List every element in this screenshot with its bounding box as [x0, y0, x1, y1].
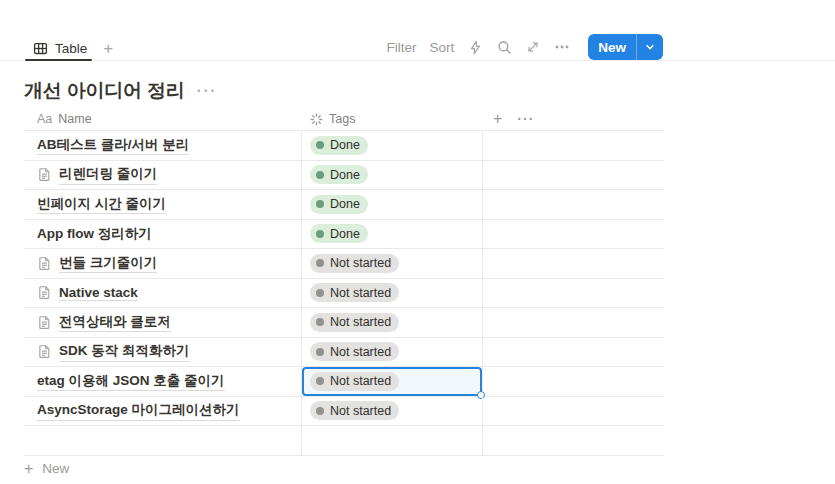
tag-dot: [316, 259, 324, 267]
name-cell[interactable]: 빈페이지 시간 줄이기: [24, 190, 302, 219]
tag-pill[interactable]: Done: [310, 195, 368, 214]
table-row: AB테스트 클라/서버 분리 Done: [24, 131, 664, 161]
tag-pill[interactable]: Not started: [310, 401, 399, 420]
name-cell[interactable]: 전역상태와 클로저: [24, 308, 302, 337]
extra-cell: [483, 279, 664, 308]
row-title[interactable]: 빈페이지 시간 줄이기: [37, 195, 166, 215]
table-row: etag 이용해 JSON 호출 줄이기 Not started: [24, 367, 664, 397]
header-extra-area: + ···: [483, 112, 664, 126]
tag-pill[interactable]: Not started: [310, 313, 399, 332]
tag-label: Not started: [330, 404, 391, 418]
row-title[interactable]: App flow 정리하기: [37, 225, 152, 244]
page-icon: [37, 167, 52, 182]
tab-table-label: Table: [55, 41, 87, 56]
tag-label: Done: [330, 138, 360, 152]
extra-cell: [483, 338, 664, 367]
row-title[interactable]: 리렌더링 줄이기: [59, 165, 157, 185]
tag-dot: [316, 407, 324, 415]
row-title[interactable]: SDK 동작 최적화하기: [59, 342, 190, 362]
row-title[interactable]: AB테스트 클라/서버 분리: [37, 136, 189, 156]
search-icon[interactable]: [496, 39, 512, 55]
table-row: 전역상태와 클로저 Not started: [24, 308, 664, 338]
name-cell[interactable]: App flow 정리하기: [24, 220, 302, 249]
page-title-menu-icon[interactable]: ···: [197, 86, 217, 96]
column-header-name[interactable]: Aa Name: [24, 112, 302, 126]
new-button[interactable]: New: [588, 34, 663, 60]
empty-row[interactable]: [24, 426, 664, 456]
table-row: AsyncStorage 마이그레이션하기 Not started: [24, 397, 664, 427]
new-button-dropdown[interactable]: [637, 34, 663, 60]
extra-cell: [483, 367, 664, 396]
table-row: SDK 동작 최적화하기 Not started: [24, 338, 664, 368]
tags-cell[interactable]: Not started: [302, 338, 483, 367]
add-column-button[interactable]: +: [493, 112, 502, 126]
empty-tags-cell[interactable]: [302, 426, 483, 455]
database-table: Aa Name Tags + ···: [24, 108, 664, 456]
name-cell[interactable]: AsyncStorage 마이그레이션하기: [24, 397, 302, 426]
empty-name-cell[interactable]: [24, 426, 302, 455]
table-view-icon: [33, 41, 48, 56]
row-title[interactable]: AsyncStorage 마이그레이션하기: [37, 401, 240, 421]
tags-cell[interactable]: Done: [302, 190, 483, 219]
tag-label: Done: [330, 168, 360, 182]
table-row: App flow 정리하기 Done: [24, 220, 664, 250]
name-cell[interactable]: Native stack: [24, 279, 302, 308]
table-row: 빈페이지 시간 줄이기 Done: [24, 190, 664, 220]
extra-cell: [483, 131, 664, 160]
expand-icon[interactable]: [525, 39, 541, 55]
row-title[interactable]: Native stack: [59, 285, 138, 302]
column-name-label: Name: [58, 112, 91, 126]
table-header-row: Aa Name Tags + ···: [24, 108, 664, 131]
name-cell[interactable]: 번들 크기줄이기: [24, 249, 302, 278]
tag-label: Done: [330, 227, 360, 241]
database-toolbar: Filter Sort New: [386, 34, 663, 60]
row-title[interactable]: 전역상태와 클로저: [59, 313, 171, 333]
tags-cell[interactable]: Done: [302, 220, 483, 249]
tag-pill[interactable]: Done: [310, 165, 368, 184]
status-property-icon: [310, 113, 323, 126]
tag-label: Not started: [330, 374, 391, 388]
tags-cell[interactable]: Not started: [302, 249, 483, 278]
table-row: Native stack Not started: [24, 279, 664, 309]
filter-button[interactable]: Filter: [386, 40, 416, 55]
tags-cell[interactable]: Not started: [302, 308, 483, 337]
table-options-button[interactable]: ···: [517, 115, 534, 123]
page-icon: [37, 256, 52, 271]
tag-pill[interactable]: Not started: [310, 342, 399, 361]
tags-cell[interactable]: Not started: [302, 367, 483, 396]
tag-pill[interactable]: Done: [310, 136, 368, 155]
new-button-label[interactable]: New: [588, 34, 636, 60]
lightning-icon[interactable]: [467, 39, 483, 55]
tag-pill[interactable]: Done: [310, 224, 368, 243]
tag-dot: [316, 200, 324, 208]
tags-cell[interactable]: Not started: [302, 397, 483, 426]
new-row-button[interactable]: + New: [24, 461, 69, 476]
tab-table[interactable]: Table: [33, 41, 87, 56]
tag-pill[interactable]: Not started: [310, 254, 399, 273]
tags-cell[interactable]: Done: [302, 131, 483, 160]
add-view-button[interactable]: +: [103, 40, 113, 57]
extra-cell: [483, 308, 664, 337]
name-cell[interactable]: AB테스트 클라/서버 분리: [24, 131, 302, 160]
column-header-tags[interactable]: Tags: [302, 112, 483, 126]
extra-cell: [483, 397, 664, 426]
name-cell[interactable]: etag 이용해 JSON 호출 줄이기: [24, 367, 302, 396]
tags-cell[interactable]: Not started: [302, 279, 483, 308]
tags-cell[interactable]: Done: [302, 161, 483, 190]
title-row: 개선 아이디어 정리 ···: [24, 78, 217, 104]
tag-dot: [316, 318, 324, 326]
tag-pill[interactable]: Not started: [310, 283, 399, 302]
tag-pill[interactable]: Not started: [310, 372, 399, 391]
more-icon[interactable]: [554, 39, 570, 55]
name-cell[interactable]: SDK 동작 최적화하기: [24, 338, 302, 367]
active-tab-underline: [25, 59, 92, 61]
sort-button[interactable]: Sort: [429, 40, 454, 55]
row-title[interactable]: 번들 크기줄이기: [59, 254, 157, 274]
extra-cell: [483, 161, 664, 190]
chevron-down-icon: [644, 41, 656, 53]
table-row: 리렌더링 줄이기 Done: [24, 161, 664, 191]
name-cell[interactable]: 리렌더링 줄이기: [24, 161, 302, 190]
table-body: AB테스트 클라/서버 분리 Done 리렌더링: [24, 131, 664, 426]
row-title[interactable]: etag 이용해 JSON 호출 줄이기: [37, 372, 225, 392]
tabbar-divider: [0, 60, 835, 61]
